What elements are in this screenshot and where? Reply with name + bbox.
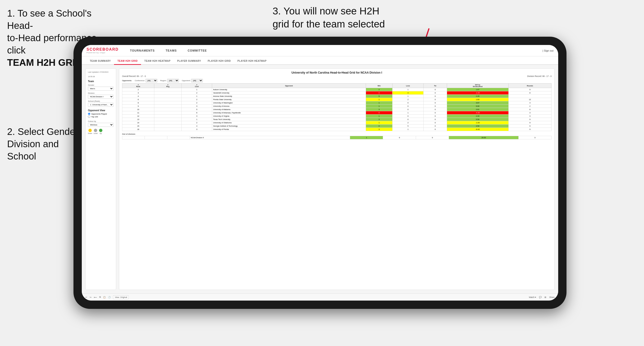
table-row: 2 1 Auburn University 2 1 0 1.67 9 xyxy=(122,88,552,91)
odd-loss: 0 xyxy=(383,136,416,139)
nav-committee[interactable]: COMMITTEE xyxy=(186,48,209,53)
cell-reg xyxy=(154,98,182,101)
nav-teams[interactable]: TEAMS xyxy=(164,48,179,53)
conference-select[interactable]: (All) xyxy=(146,79,158,82)
toolbar-back[interactable]: ⟵ xyxy=(94,296,97,298)
division-record: Division Record: 88 - 17 - 0 xyxy=(527,75,552,77)
cell-tie: 0 xyxy=(424,88,447,91)
table-row: 14 2 University of Oklahoma 1 2 0 -1.00 … xyxy=(122,121,552,125)
radio-top100[interactable]: Top 100 xyxy=(88,116,114,118)
left-panel: Last Updated: 27/03/2024 16:55:38 Team G… xyxy=(85,68,116,290)
nav-tournaments[interactable]: TOURNAMENTS xyxy=(128,48,157,53)
toolbar-redo[interactable]: ↪ xyxy=(90,296,92,298)
division-select[interactable]: NCAA Division I xyxy=(88,95,114,99)
col-loss: Loss xyxy=(392,84,424,88)
out-of-div-row: NCAA Division II 1 0 0 26.00 3 xyxy=(122,136,552,139)
cell-rounds: 9 xyxy=(508,128,551,131)
cell-reg xyxy=(154,115,182,118)
out-of-div-title: Out of division xyxy=(122,133,552,135)
cell-conf: 3 xyxy=(182,128,212,131)
table-row: 10 5 University of Alabama 3 0 0 2.61 8 xyxy=(122,108,552,111)
cell-opponent: Auburn University xyxy=(212,88,366,91)
cell-diff: 2.29 xyxy=(447,95,508,98)
subnav-player-h2h-grid[interactable]: PLAYER H2H GRID xyxy=(204,58,234,65)
toolbar-share[interactable]: Share xyxy=(549,296,555,298)
cell-diff: -4.33 xyxy=(447,111,508,115)
cell-opponent: University of Florida xyxy=(212,128,366,131)
cell-win: 5 xyxy=(366,95,392,98)
color-dot-level xyxy=(94,129,97,132)
cell-tie: 0 xyxy=(424,108,447,111)
overall-record: Overall Record: 89 - 17 - 0 xyxy=(122,75,146,77)
table-row: 6 2 Florida State University 1 2 0 1.83 … xyxy=(122,98,552,101)
nav-bar: SCOREBOARD Powered by clippi TOURNAMENTS… xyxy=(82,45,558,56)
cell-rank: 11 xyxy=(122,111,154,115)
cell-tie: 0 xyxy=(424,95,447,98)
odd-conf xyxy=(167,136,190,139)
cell-win: 0 xyxy=(366,125,392,128)
step2-line1: 2. Select Gender, xyxy=(7,126,80,137)
out-of-division: Out of division NCAA Division II 1 0 0 xyxy=(122,133,552,139)
school-select[interactable]: 1. University of Nort... xyxy=(88,103,114,107)
cell-rank: 6 xyxy=(122,98,154,101)
toolbar-clock[interactable]: 🕐 xyxy=(108,296,111,298)
cell-reg xyxy=(154,88,182,91)
cell-rank: 12 xyxy=(122,115,154,118)
colour-select[interactable]: Win/loss xyxy=(88,123,114,127)
cell-win: 1 xyxy=(366,98,392,101)
sign-out[interactable]: | Sign out xyxy=(542,49,554,52)
toolbar-copy[interactable]: ⧉ xyxy=(99,296,101,298)
opponents-label: Opponents: xyxy=(122,80,132,82)
toolbar-paste[interactable]: 📋 xyxy=(103,296,106,298)
cell-conf: 2 xyxy=(182,121,212,125)
cell-tie: 0 xyxy=(424,91,447,95)
logo-subtitle: Powered by clippi xyxy=(86,52,119,54)
cell-rounds: 2 xyxy=(508,105,551,108)
cell-conf: 6 xyxy=(182,111,212,115)
opponent-select[interactable]: (All) xyxy=(191,79,203,82)
toolbar-comment[interactable]: 💬 xyxy=(539,296,542,298)
subnav-team-h2h-grid[interactable]: TEAM H2H GRID xyxy=(114,58,141,65)
tablet: SCOREBOARD Powered by clippi TOURNAMENTS… xyxy=(74,37,566,309)
region-filter: Region (All) xyxy=(160,79,179,82)
gender-select[interactable]: Men's xyxy=(88,87,114,91)
region-select[interactable]: (All) xyxy=(167,79,179,82)
cell-loss: 0 xyxy=(392,108,424,111)
timestamp: Last Updated: 27/03/2024 xyxy=(88,71,114,73)
cell-loss: 2 xyxy=(392,98,424,101)
radio-opponents-played[interactable]: Opponents Played xyxy=(88,113,114,115)
content-area: Last Updated: 27/03/2024 16:55:38 Team G… xyxy=(82,65,558,294)
subnav-player-summary[interactable]: PLAYER SUMMARY xyxy=(174,58,204,65)
cell-rounds: 8 xyxy=(508,91,551,95)
table-row: 9 3 University of Arizona 1 0 0 9.00 2 xyxy=(122,105,552,108)
step3-line1: 3. You will now see H2H xyxy=(272,5,380,16)
table-row: 15 4 Georgia Institute of Technology 0 5… xyxy=(122,125,552,128)
cell-loss: 1 xyxy=(392,128,424,131)
cell-tie: 0 xyxy=(424,128,447,131)
cell-rounds: 3 xyxy=(508,101,551,105)
step2-line3: School xyxy=(7,151,36,162)
cell-tie: 0 xyxy=(424,125,447,128)
colour-label: Colour by xyxy=(88,120,114,122)
subnav-team-h2h-heatmap[interactable]: TEAM H2H HEATMAP xyxy=(141,58,174,65)
color-label-down: Down xyxy=(88,133,92,134)
h2h-table: #Rank #Reg #Conf Opponent Win Loss Tie D… xyxy=(122,83,552,131)
cell-tie: 0 xyxy=(424,105,447,108)
toolbar-view[interactable]: View: Original xyxy=(113,295,129,299)
toolbar-present[interactable]: ⊞ xyxy=(544,296,546,298)
cell-rounds: 9 xyxy=(508,125,551,128)
cell-opponent: University of Virginia xyxy=(212,115,366,118)
toolbar-undo[interactable]: ↩ xyxy=(85,296,87,298)
cell-opponent: University of Arkansas, Fayetteville xyxy=(212,111,366,115)
col-diff: Diff AvStrokes/Rnd xyxy=(447,84,508,88)
step1-bold: TEAM H2H GRID xyxy=(7,57,82,68)
cell-tie: 0 xyxy=(424,115,447,118)
division-label: Division xyxy=(88,92,114,94)
toolbar-watch[interactable]: Watch ▾ xyxy=(529,296,536,298)
cell-conf: 3 xyxy=(182,115,212,118)
subnav-player-h2h-heatmap[interactable]: PLAYER H2H HEATMAP xyxy=(234,58,270,65)
col-win: Win xyxy=(366,84,392,88)
subnav-team-summary[interactable]: TEAM SUMMARY xyxy=(86,58,114,65)
cell-rank: 14 xyxy=(122,121,154,125)
grid-title: University of North Carolina Head-to-Hea… xyxy=(122,71,552,74)
